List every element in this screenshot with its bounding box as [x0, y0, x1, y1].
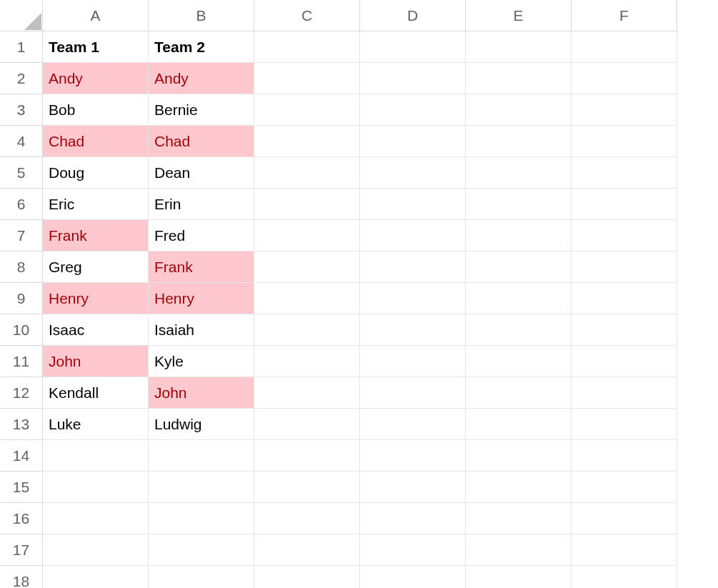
cell-c16[interactable] [254, 503, 360, 534]
cell-e16[interactable] [466, 503, 572, 534]
cell-f15[interactable] [572, 472, 677, 503]
column-header-d[interactable]: D [360, 0, 466, 31]
cell-e2[interactable] [466, 63, 572, 94]
cell-d6[interactable] [360, 189, 466, 220]
row-header-16[interactable]: 16 [0, 503, 43, 534]
cell-a12[interactable]: Kendall [43, 377, 149, 409]
row-header-9[interactable]: 9 [0, 283, 43, 314]
cell-b5[interactable]: Dean [149, 157, 254, 189]
row-header-7[interactable]: 7 [0, 220, 43, 251]
cell-f9[interactable] [572, 283, 677, 314]
cell-b3[interactable]: Bernie [149, 94, 254, 126]
cell-e3[interactable] [466, 94, 572, 126]
select-all-corner[interactable] [0, 0, 43, 31]
cell-e5[interactable] [466, 157, 572, 189]
cell-a5[interactable]: Doug [43, 157, 149, 189]
cell-b17[interactable] [149, 534, 254, 566]
cell-b18[interactable] [149, 566, 254, 588]
column-header-a[interactable]: A [43, 0, 149, 31]
cell-c8[interactable] [254, 251, 360, 283]
row-header-12[interactable]: 12 [0, 377, 43, 409]
cell-d8[interactable] [360, 251, 466, 283]
cell-d16[interactable] [360, 503, 466, 534]
row-header-4[interactable]: 4 [0, 126, 43, 157]
cell-b10[interactable]: Isaiah [149, 314, 254, 346]
cell-b2[interactable]: Andy [149, 63, 254, 94]
column-header-f[interactable]: F [572, 0, 677, 31]
row-header-2[interactable]: 2 [0, 63, 43, 94]
cell-d17[interactable] [360, 534, 466, 566]
row-header-6[interactable]: 6 [0, 189, 43, 220]
row-header-10[interactable]: 10 [0, 314, 43, 346]
cell-e6[interactable] [466, 189, 572, 220]
cell-f13[interactable] [572, 409, 677, 440]
cell-b7[interactable]: Fred [149, 220, 254, 251]
row-header-11[interactable]: 11 [0, 346, 43, 377]
cell-e7[interactable] [466, 220, 572, 251]
cell-e8[interactable] [466, 251, 572, 283]
cell-c13[interactable] [254, 409, 360, 440]
column-header-b[interactable]: B [149, 0, 254, 31]
cell-c7[interactable] [254, 220, 360, 251]
cell-d13[interactable] [360, 409, 466, 440]
cell-c15[interactable] [254, 472, 360, 503]
cell-c2[interactable] [254, 63, 360, 94]
cell-b9[interactable]: Henry [149, 283, 254, 314]
cell-f12[interactable] [572, 377, 677, 409]
cell-a17[interactable] [43, 534, 149, 566]
cell-b1[interactable]: Team 2 [149, 31, 254, 63]
cell-c17[interactable] [254, 534, 360, 566]
cell-c10[interactable] [254, 314, 360, 346]
cell-a11[interactable]: John [43, 346, 149, 377]
cell-e11[interactable] [466, 346, 572, 377]
cell-c4[interactable] [254, 126, 360, 157]
cell-d18[interactable] [360, 566, 466, 588]
cell-e10[interactable] [466, 314, 572, 346]
spreadsheet-grid[interactable]: ABCDEF1Team 1Team 22AndyAndy3BobBernie4C… [0, 0, 718, 588]
row-header-13[interactable]: 13 [0, 409, 43, 440]
cell-e14[interactable] [466, 440, 572, 472]
cell-c5[interactable] [254, 157, 360, 189]
row-header-1[interactable]: 1 [0, 31, 43, 63]
cell-f2[interactable] [572, 63, 677, 94]
cell-f10[interactable] [572, 314, 677, 346]
cell-a15[interactable] [43, 472, 149, 503]
column-header-c[interactable]: C [254, 0, 360, 31]
cell-c1[interactable] [254, 31, 360, 63]
cell-f1[interactable] [572, 31, 677, 63]
cell-f18[interactable] [572, 566, 677, 588]
cell-b14[interactable] [149, 440, 254, 472]
cell-f7[interactable] [572, 220, 677, 251]
cell-d15[interactable] [360, 472, 466, 503]
cell-e13[interactable] [466, 409, 572, 440]
cell-a10[interactable]: Isaac [43, 314, 149, 346]
cell-e12[interactable] [466, 377, 572, 409]
cell-a1[interactable]: Team 1 [43, 31, 149, 63]
cell-e17[interactable] [466, 534, 572, 566]
cell-d12[interactable] [360, 377, 466, 409]
cell-c14[interactable] [254, 440, 360, 472]
cell-f6[interactable] [572, 189, 677, 220]
cell-e4[interactable] [466, 126, 572, 157]
cell-d9[interactable] [360, 283, 466, 314]
cell-f17[interactable] [572, 534, 677, 566]
cell-c12[interactable] [254, 377, 360, 409]
cell-f11[interactable] [572, 346, 677, 377]
row-header-15[interactable]: 15 [0, 472, 43, 503]
row-header-5[interactable]: 5 [0, 157, 43, 189]
cell-a8[interactable]: Greg [43, 251, 149, 283]
cell-d3[interactable] [360, 94, 466, 126]
cell-e1[interactable] [466, 31, 572, 63]
cell-d11[interactable] [360, 346, 466, 377]
row-header-3[interactable]: 3 [0, 94, 43, 126]
row-header-14[interactable]: 14 [0, 440, 43, 472]
cell-d4[interactable] [360, 126, 466, 157]
cell-f14[interactable] [572, 440, 677, 472]
cell-e18[interactable] [466, 566, 572, 588]
cell-a13[interactable]: Luke [43, 409, 149, 440]
cell-d2[interactable] [360, 63, 466, 94]
cell-b12[interactable]: John [149, 377, 254, 409]
cell-f3[interactable] [572, 94, 677, 126]
cell-f8[interactable] [572, 251, 677, 283]
cell-f5[interactable] [572, 157, 677, 189]
